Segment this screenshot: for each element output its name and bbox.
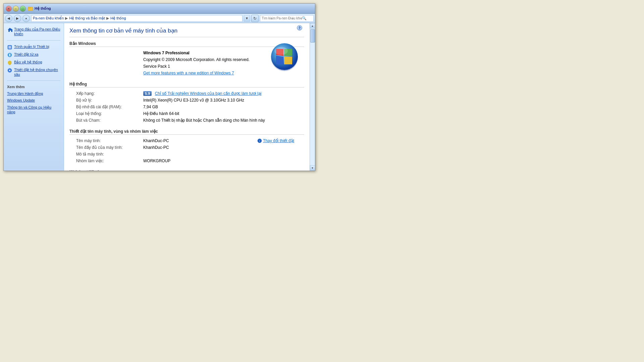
search-input[interactable] [262,16,302,20]
xem-them-label: Xem thêm [4,83,64,90]
sidebar: Trang đầu của Pa-nen Điều khiển Trình qu… [4,23,64,171]
title-bar-text: Hệ thống [35,6,313,11]
os-type-row: Loại hệ thống: Hệ Điều hành 64-bit [69,110,304,117]
breadcrumb-2[interactable]: Hệ thống và Bảo mật [69,16,105,20]
svg-rect-1 [28,7,30,8]
pen-label: Bút và Cham: [69,117,143,124]
device-manager-icon [7,45,12,50]
ten-may-tinh-heading: Thiết đặt tên máy tính, vùng và nhóm làm… [69,129,304,135]
rating-refresh-link[interactable]: Chỉ số Trải nghiệm Windows của bạn cần đ… [155,91,262,96]
scroll-thumb[interactable] [310,29,315,43]
address-dropdown[interactable]: ▼ [244,15,250,22]
windows-logo-container [269,42,300,73]
scrollbar[interactable]: ▲ ▼ [310,23,315,171]
back-button[interactable]: ◀ [5,15,12,22]
pen-value: Không có Thiết bị nhập Bút hoặc Chạm sẵn… [143,117,304,124]
cpu-value: Intel(R) Xeon(R) CPU E3-1220 v3 @ 3.10GH… [143,97,304,104]
kich-hoat-section: Kích hoạt Windows ask for genuine ✕ Micr… [69,170,304,171]
performance-label[interactable]: Thông tin và Công cụ Hiệu năng [7,105,60,115]
workgroup-row: Nhóm làm việc: WORKGROUP [69,158,304,164]
up-button[interactable]: ▲ [22,15,30,22]
sidebar-home-label[interactable]: Trang đầu của Pa-nen Điều khiển [14,27,60,37]
full-name-value: KhanhDuc-PC [143,144,304,151]
windows-update-label[interactable]: Windows Update [7,98,35,103]
sidebar-divider-2 [7,80,60,81]
sidebar-item-action-center[interactable]: Trung tâm Hành động [4,90,64,97]
forward-button[interactable]: ▶ [14,15,21,22]
rating-row: Xếp hạng: 5.9 Chỉ số Trải nghiệm Windows… [69,90,304,97]
edition-row: Windows 7 Professional [69,50,304,56]
separator-2: ▶ [106,16,109,20]
device-manager-label[interactable]: Trình quản lý Thiết bị [14,44,49,49]
scroll-down[interactable]: ▼ [310,165,315,171]
svg-rect-5 [9,54,10,56]
upgrade-link[interactable]: Get more features with a new edition of … [143,71,234,75]
action-center-label[interactable]: Trung tâm Hành động [7,91,43,96]
search-box[interactable]: 🔍 [260,15,314,22]
windows7-logo [269,42,300,72]
sidebar-item-home[interactable]: Trang đầu của Pa-nen Điều khiển [4,26,64,38]
svg-rect-3 [8,46,11,49]
svg-point-7 [9,70,10,71]
sidebar-item-remote-settings[interactable]: Thiết đặt từ xa [4,51,64,59]
rating-value: 5.9 Chỉ số Trải nghiệm Windows của bạn c… [143,90,304,97]
svg-text:i: i [259,139,260,142]
advanced-settings-label[interactable]: Thiết đặt hệ thống chuyên sâu [14,67,60,77]
he-thong-heading: Hệ thống [69,82,304,87]
cpu-label: Bộ xử lý: [69,97,143,104]
sidebar-item-performance[interactable]: Thông tin và Công cụ Hiệu năng [4,104,64,116]
explorer-icon [28,6,33,11]
kich-hoat-heading: Kích hoạt Windows [69,170,304,171]
os-type-value: Hệ Điều hành 64-bit [143,110,304,117]
ban-windows-heading: Bản Windows [69,41,304,47]
breadcrumb-3[interactable]: Hệ thống [110,16,126,20]
sidebar-item-windows-update[interactable]: Windows Update [4,97,64,104]
sidebar-item-device-manager[interactable]: Trình quản lý Thiết bị [4,43,64,51]
ban-windows-table: Windows 7 Professional Copyright © 2009 … [69,50,304,76]
separator-1: ▶ [65,16,68,20]
ram-value: 7,94 GB [143,104,304,110]
ten-may-tinh-section: Thiết đặt tên máy tính, vùng và nhóm làm… [69,129,304,164]
window-controls[interactable]: ✕ − □ [6,6,26,12]
scroll-up[interactable]: ▲ [310,23,315,28]
search-icon[interactable]: 🔍 [302,16,307,20]
ban-windows-section: Bản Windows Windows 7 Professional Copyr… [69,41,304,76]
help-button[interactable]: ? [297,25,302,31]
svg-point-10 [274,47,288,55]
upgrade-row: Get more features with a new edition of … [69,70,304,76]
title-bar: ✕ − □ Hệ thống [4,4,315,14]
remote-settings-icon [7,52,12,58]
sidebar-item-advanced[interactable]: Thiết đặt hệ thống chuyên sâu [4,66,64,78]
description-label: Mô tả máy tính: [69,151,143,158]
computer-name-row: Tên máy tính: KhanhDuc-PC i Thay đổi thi… [69,137,304,144]
os-type-label: Loại hệ thống: [69,110,143,117]
workgroup-label: Nhóm làm việc: [69,158,143,164]
refresh-button[interactable]: ↻ [251,15,259,22]
service-pack-row: Service Pack 1 [69,63,304,70]
main-area: Trang đầu của Pa-nen Điều khiển Trình qu… [4,23,315,171]
remote-settings-label[interactable]: Thiết đặt từ xa [14,52,38,57]
sidebar-item-system-protect[interactable]: Bảo vệ hệ thống [4,59,64,66]
system-protect-label[interactable]: Bảo vệ hệ thống [14,60,42,64]
ram-row: Bộ nhớ đã cài đặt (RAM): 7,94 GB [69,104,304,110]
page-title: Xem thông tin cơ bản về máy tính của bạn [69,27,304,37]
he-thong-section: Hệ thống Xếp hạng: 5.9 Chỉ số Trải nghiệ… [69,82,304,124]
main-window: ✕ − □ Hệ thống ◀ ▶ ▲ Pa-nen Điều khiển ▶… [3,3,315,171]
system-protect-icon [7,60,12,65]
ten-may-tinh-table: Tên máy tính: KhanhDuc-PC i Thay đổi thi… [69,137,304,164]
change-icon: i [257,138,262,143]
change-settings-link[interactable]: i Thay đổi thiết đặt [257,138,294,143]
rating-label: Xếp hạng: [69,90,143,97]
sidebar-divider-1 [7,40,60,41]
home-icon [7,27,12,33]
maximize-button[interactable]: □ [20,6,26,12]
content-area: ? Xem thông tin cơ bản về máy tính của b… [64,23,310,171]
address-field[interactable]: Pa-nen Điều khiển ▶ Hệ thống và Bảo mật … [31,15,243,22]
he-thong-table: Xếp hạng: 5.9 Chỉ số Trải nghiệm Windows… [69,90,304,124]
full-name-label: Tên đầy đủ của máy tính: [69,144,143,151]
rating-badge: 5.9 [143,91,152,96]
close-button[interactable]: ✕ [6,6,12,12]
minimize-button[interactable]: − [13,6,19,12]
address-bar: ◀ ▶ ▲ Pa-nen Điều khiển ▶ Hệ thống và Bả… [4,14,315,23]
breadcrumb-1[interactable]: Pa-nen Điều khiển [33,16,64,20]
